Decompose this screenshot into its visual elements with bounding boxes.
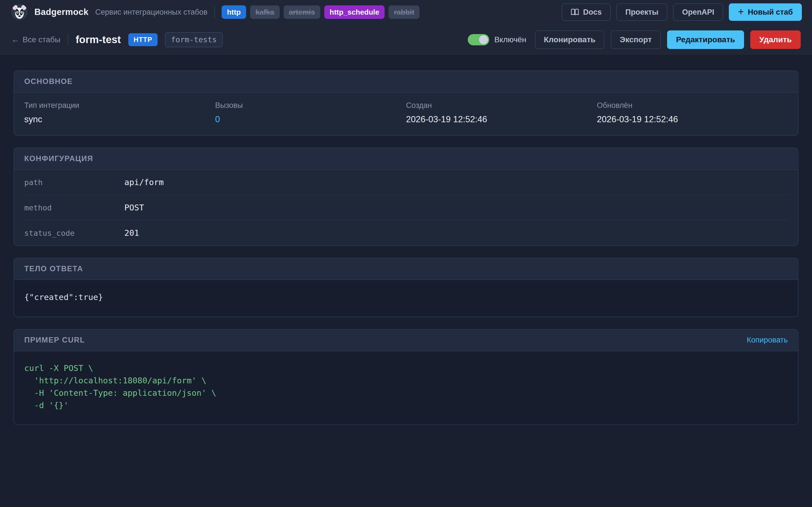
tag-kafka[interactable]: kafka — [250, 5, 280, 19]
new-stub-button-label: Новый стаб — [748, 8, 793, 17]
back-link-label: Все стабы — [22, 35, 60, 44]
protocol-badge: HTTP — [128, 33, 158, 46]
config-row-path: path api/form — [24, 170, 788, 194]
configuration-card-header: КОНФИГУРАЦИЯ — [14, 148, 798, 170]
app-subtitle: Сервис интеграционных стабов — [95, 8, 207, 17]
stub-actions: Включён Клонировать Экспорт Редактироват… — [468, 31, 801, 49]
tag-http-schedule[interactable]: http_schedule — [324, 5, 385, 19]
open-book-icon — [571, 8, 579, 16]
configuration-rows: path api/form method POST status_code 20… — [14, 170, 798, 245]
field-created: Создан 2026-03-19 12:52:46 — [406, 101, 597, 124]
config-key: path — [24, 178, 124, 187]
curl-example-card-header: ПРИМЕР CURL Копировать — [14, 330, 798, 351]
projects-button[interactable]: Проекты — [616, 3, 667, 21]
subbar-divider — [68, 34, 68, 46]
field-updated: Обновлён 2026-03-19 12:52:46 — [597, 101, 788, 124]
stub-group-tag: form-tests — [165, 32, 223, 47]
docs-button-label: Docs — [583, 8, 602, 17]
field-value: sync — [24, 114, 215, 124]
field-label: Создан — [406, 101, 597, 110]
main-info-card-header: ОСНОВНОЕ — [14, 71, 798, 93]
config-value: POST — [124, 203, 788, 212]
field-integration-type: Тип интеграции sync — [24, 101, 215, 124]
curl-code-container: curl -X POST \ 'http://localhost:18080/a… — [14, 351, 798, 425]
calls-count-link[interactable]: 0 — [215, 114, 406, 124]
tag-artemis[interactable]: artemis — [284, 5, 320, 19]
main-info-fields: Тип интеграции sync Вызовы 0 Создан 2026… — [14, 93, 798, 135]
docs-button[interactable]: Docs — [562, 3, 611, 21]
top-navigation-bar: Badgermock Сервис интеграционных стабов … — [0, 0, 812, 24]
edit-button-label: Редактировать — [676, 35, 735, 44]
delete-button-label: Удалить — [759, 35, 792, 44]
clone-button[interactable]: Клонировать — [535, 31, 605, 49]
response-body-card-title: ТЕЛО ОТВЕТА — [24, 265, 83, 273]
curl-example-card-title: ПРИМЕР CURL — [24, 336, 85, 344]
clone-button-label: Клонировать — [544, 35, 596, 44]
openapi-button-label: OpenAPI — [682, 8, 714, 17]
field-value: 2026-03-19 12:52:46 — [406, 114, 597, 124]
field-label: Вызовы — [215, 101, 406, 110]
edit-button[interactable]: Редактировать — [667, 31, 744, 49]
brand-name: Badgermock — [35, 7, 89, 17]
delete-button[interactable]: Удалить — [750, 31, 801, 49]
curl-example-card: ПРИМЕР CURL Копировать curl -X POST \ 'h… — [13, 329, 799, 425]
badgermock-logo-icon — [11, 4, 28, 20]
plus-icon: + — [738, 7, 744, 17]
export-button[interactable]: Экспорт — [611, 31, 661, 49]
config-key: status_code — [24, 229, 124, 237]
projects-button-label: Проекты — [625, 8, 658, 17]
stub-detail-content: ОСНОВНОЕ Тип интеграции sync Вызовы 0 Со… — [0, 56, 812, 440]
tag-http[interactable]: http — [221, 5, 246, 19]
new-stub-button[interactable]: + Новый стаб — [729, 3, 802, 21]
field-label: Обновлён — [597, 101, 788, 110]
export-button-label: Экспорт — [620, 35, 652, 44]
field-label: Тип интеграции — [24, 101, 215, 110]
back-arrow-icon: ← — [11, 35, 19, 44]
topbar-divider — [214, 6, 215, 18]
config-key: method — [24, 203, 124, 212]
response-body-card-header: ТЕЛО ОТВЕТА — [14, 258, 798, 280]
main-info-card-title: ОСНОВНОЕ — [24, 77, 73, 86]
config-value: 201 — [124, 228, 788, 238]
response-body-content: {"created":true} — [14, 280, 798, 317]
configuration-card-title: КОНФИГУРАЦИЯ — [24, 154, 93, 163]
config-row-method: method POST — [24, 194, 788, 220]
topbar-actions: Docs Проекты OpenAPI + Новый стаб — [562, 3, 802, 21]
stub-title: form-test — [75, 34, 121, 46]
enabled-toggle-group: Включён — [468, 34, 526, 45]
copy-curl-link[interactable]: Копировать — [747, 336, 788, 344]
field-calls: Вызовы 0 — [215, 101, 406, 124]
main-info-card: ОСНОВНОЕ Тип интеграции sync Вызовы 0 Со… — [13, 70, 799, 136]
config-value: api/form — [124, 177, 788, 187]
integration-type-tags: http kafka artemis http_schedule rabbit — [221, 5, 420, 19]
response-body-card: ТЕЛО ОТВЕТА {"created":true} — [13, 258, 799, 317]
curl-code: curl -X POST \ 'http://localhost:18080/a… — [24, 362, 788, 411]
field-value: 2026-03-19 12:52:46 — [597, 114, 788, 124]
stub-header-bar: ← Все стабы form-test HTTP form-tests Вк… — [0, 24, 812, 56]
config-row-status-code: status_code 201 — [24, 220, 788, 245]
enabled-toggle[interactable] — [468, 34, 489, 45]
enabled-toggle-label: Включён — [494, 35, 526, 44]
configuration-card: КОНФИГУРАЦИЯ path api/form method POST s… — [13, 148, 799, 246]
back-to-all-stubs-link[interactable]: ← Все стабы — [11, 35, 60, 44]
tag-rabbit[interactable]: rabbit — [389, 5, 419, 19]
toggle-knob — [479, 35, 488, 44]
openapi-button[interactable]: OpenAPI — [673, 3, 723, 21]
